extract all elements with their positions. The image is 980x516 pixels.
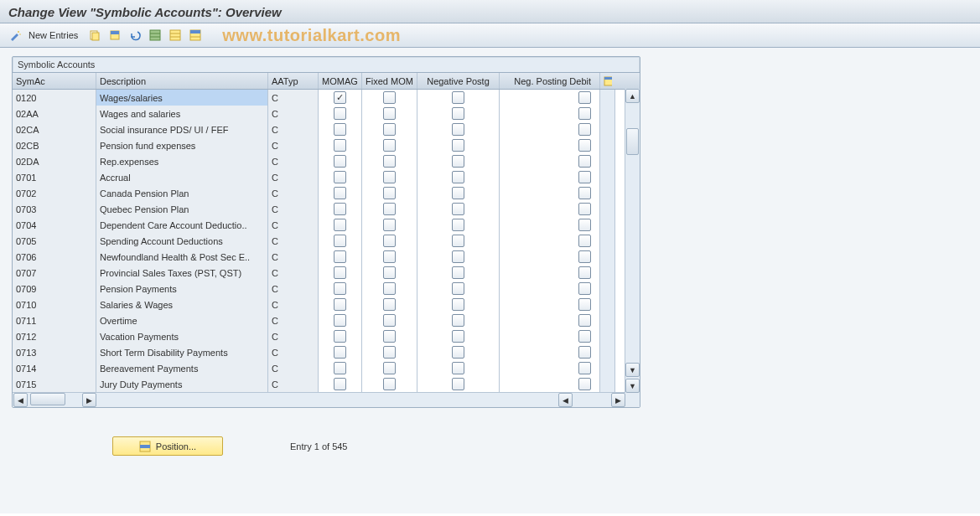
- horizontal-scrollbar[interactable]: ◀ ▶ ◀ ▶: [13, 392, 640, 407]
- select-all-icon[interactable]: [147, 27, 163, 44]
- checkbox[interactable]: [334, 235, 346, 247]
- cell-aatyp[interactable]: C: [268, 328, 319, 344]
- cell-description[interactable]: Pension fund expenses: [96, 137, 268, 153]
- cell-symac[interactable]: 0703: [13, 201, 96, 217]
- checkbox[interactable]: [578, 91, 591, 104]
- table-row[interactable]: 02AAWages and salariesC: [13, 106, 640, 121]
- checkbox[interactable]: [578, 282, 591, 295]
- checkbox[interactable]: [334, 171, 346, 183]
- checkbox[interactable]: [578, 378, 591, 390]
- checkbox[interactable]: [452, 107, 464, 120]
- cell-symac[interactable]: 0709: [13, 281, 96, 297]
- scroll-up-icon[interactable]: ▲: [625, 89, 640, 103]
- cell-symac[interactable]: 0713: [13, 344, 96, 360]
- checkbox[interactable]: [452, 219, 464, 231]
- checkbox[interactable]: [334, 266, 346, 279]
- scroll-left-icon-2[interactable]: ◀: [558, 393, 573, 407]
- checkbox[interactable]: [383, 330, 396, 343]
- cell-description[interactable]: Vacation Payments: [96, 328, 268, 344]
- checkbox[interactable]: [452, 362, 464, 374]
- checkbox[interactable]: [578, 155, 591, 168]
- cell-aatyp[interactable]: C: [268, 121, 319, 137]
- cell-description[interactable]: Wages and salaries: [96, 106, 268, 121]
- cell-description[interactable]: Bereavement Payments: [96, 360, 268, 376]
- cell-description[interactable]: Rep.expenses: [96, 153, 268, 169]
- checkbox[interactable]: [334, 123, 346, 136]
- col-momag[interactable]: MOMAG: [319, 73, 362, 89]
- table-row[interactable]: 02CBPension fund expensesC: [13, 137, 640, 153]
- undo-icon[interactable]: [127, 27, 143, 44]
- checkbox[interactable]: [578, 123, 591, 136]
- checkbox[interactable]: [578, 171, 591, 183]
- checkbox[interactable]: [334, 203, 346, 215]
- table-row[interactable]: 0709Pension PaymentsC: [13, 281, 640, 297]
- cell-symac[interactable]: 0706: [13, 249, 96, 265]
- checkbox[interactable]: [578, 250, 591, 263]
- table-row[interactable]: 0704Dependent Care Account Deductio..C: [13, 217, 640, 233]
- cell-aatyp[interactable]: C: [268, 201, 319, 217]
- cell-description[interactable]: Newfoundland Health & Post Sec E..: [96, 249, 268, 265]
- wand-icon[interactable]: [7, 27, 23, 44]
- checkbox[interactable]: [334, 250, 346, 263]
- checkbox[interactable]: [334, 187, 346, 199]
- checkbox[interactable]: [578, 187, 591, 199]
- checkbox[interactable]: [383, 282, 396, 295]
- checkbox[interactable]: [383, 123, 396, 136]
- scroll-down-icon-2[interactable]: ▼: [625, 379, 640, 393]
- checkbox[interactable]: [334, 330, 346, 343]
- col-desc[interactable]: Description: [96, 73, 268, 89]
- checkbox[interactable]: [452, 203, 464, 215]
- checkbox[interactable]: [334, 362, 346, 374]
- checkbox[interactable]: [383, 314, 396, 327]
- new-entries-button[interactable]: New Entries: [27, 28, 83, 43]
- checkbox[interactable]: [452, 155, 464, 168]
- scroll-right-icon[interactable]: ▶: [82, 393, 96, 407]
- cell-symac[interactable]: 02CB: [13, 137, 96, 153]
- checkbox[interactable]: [578, 330, 591, 343]
- table-row[interactable]: 0715Jury Duty PaymentsC: [13, 376, 640, 392]
- scroll-left-icon[interactable]: ◀: [13, 393, 28, 407]
- cell-description[interactable]: Pension Payments: [96, 281, 268, 297]
- cell-symac[interactable]: 02AA: [13, 106, 96, 121]
- checkbox[interactable]: [383, 155, 396, 168]
- col-negd[interactable]: Neg. Posting Debit: [500, 73, 600, 89]
- cell-aatyp[interactable]: C: [268, 106, 319, 121]
- cell-symac[interactable]: 0715: [13, 376, 96, 392]
- cell-description[interactable]: Provincial Sales Taxes (PST, QST): [96, 265, 268, 281]
- scroll-thumb[interactable]: [626, 128, 639, 155]
- cell-description[interactable]: Salaries & Wages: [96, 297, 268, 312]
- table-row[interactable]: 0702Canada Pension PlanC: [13, 185, 640, 201]
- cell-description[interactable]: Overtime: [96, 312, 268, 328]
- cell-description[interactable]: Accrual: [96, 169, 268, 185]
- checkbox[interactable]: [383, 346, 396, 359]
- checkbox[interactable]: [578, 362, 591, 374]
- cell-aatyp[interactable]: C: [268, 137, 319, 153]
- cell-aatyp[interactable]: C: [268, 297, 319, 312]
- cell-aatyp[interactable]: C: [268, 344, 319, 360]
- cell-symac[interactable]: 0714: [13, 360, 96, 376]
- copy-icon[interactable]: [86, 27, 103, 44]
- cell-symac[interactable]: 0704: [13, 217, 96, 233]
- checkbox[interactable]: [334, 91, 346, 104]
- cell-symac[interactable]: 0701: [13, 169, 96, 185]
- checkbox[interactable]: [334, 314, 346, 327]
- cell-aatyp[interactable]: C: [268, 249, 319, 265]
- table-row[interactable]: 0707Provincial Sales Taxes (PST, QST)C: [13, 265, 640, 281]
- cell-description[interactable]: Jury Duty Payments: [96, 376, 268, 392]
- checkbox[interactable]: [334, 219, 346, 231]
- col-neg[interactable]: Negative Postg: [417, 73, 500, 89]
- checkbox[interactable]: [334, 155, 346, 168]
- checkbox[interactable]: [334, 282, 346, 295]
- cell-symac[interactable]: 0707: [13, 265, 96, 281]
- cell-aatyp[interactable]: C: [268, 169, 319, 185]
- cell-symac[interactable]: 02DA: [13, 153, 96, 169]
- checkbox[interactable]: [452, 330, 464, 343]
- checkbox[interactable]: [334, 346, 346, 359]
- checkbox[interactable]: [452, 282, 464, 295]
- checkbox[interactable]: [383, 266, 396, 279]
- table-row[interactable]: 0706Newfoundland Health & Post Sec E..C: [13, 249, 640, 265]
- cell-description[interactable]: Quebec Pension Plan: [96, 201, 268, 217]
- checkbox[interactable]: [578, 314, 591, 327]
- table-row[interactable]: 0701AccrualC: [13, 169, 640, 185]
- cell-description[interactable]: Canada Pension Plan: [96, 185, 268, 201]
